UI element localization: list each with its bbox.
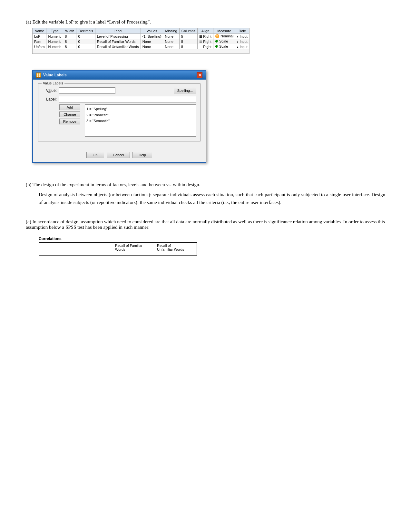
cell-values: {1, Spelling} [141, 34, 163, 39]
correlations-label: Correlations [39, 237, 385, 241]
cancel-button[interactable]: Cancel [107, 152, 130, 158]
cell-decimals: 0 [76, 44, 95, 49]
section-b-label: (b) The design of the experiment in term… [26, 182, 385, 188]
dialog-icon [36, 73, 41, 78]
cell-width: 8 [63, 34, 76, 39]
col-align: Align [198, 28, 213, 34]
cell-role: ▸ Input [235, 44, 250, 49]
col-role: Role [235, 28, 250, 34]
cell-name: Fam [33, 39, 46, 44]
cell-values: None [141, 44, 163, 49]
cell-label: Recall of Unfamiliar Words [95, 44, 141, 49]
label-input[interactable] [59, 96, 196, 102]
svg-rect-1 [39, 73, 40, 75]
list-item[interactable]: 1 = “Spelling” [86, 106, 195, 112]
section-c-label: (c) In accordance of design, assumption … [26, 219, 385, 230]
col-label: Label [95, 28, 141, 34]
table-header-row: Name Type Width Decimals Label Values Mi… [33, 28, 250, 34]
section-c: (c) In accordance of design, assumption … [26, 219, 385, 256]
section-a: (a) Edit the variable LoP to give it a l… [26, 19, 385, 172]
dialog-footer: OK Cancel Help [33, 149, 206, 162]
correlations-section: Correlations Recall of FamiliarWords Rec… [39, 237, 385, 256]
cell-type: Numeric [46, 39, 63, 44]
correlations-table: Recall of FamiliarWords Recall ofUnfamil… [39, 242, 197, 256]
cell-columns: 8 [179, 44, 197, 49]
cell-decimals: 0 [76, 39, 95, 44]
value-row: Value: Spelling... [42, 87, 196, 94]
group-title: Value Labels [42, 81, 64, 85]
cell-role: ▸ Input [235, 39, 250, 44]
table-row[interactable]: LoP Numeric 8 0 Level of Processing {1, … [33, 34, 250, 39]
input-icon: ▸ [237, 45, 239, 49]
value-labels-dialog: Value Labels ✕ Value Labels Value: [32, 70, 206, 163]
table-row[interactable]: Fam Numeric 8 0 Recall of Familiar Words… [33, 39, 250, 44]
section-b-text: Design of analysis between objects (or b… [39, 191, 385, 206]
remove-button[interactable]: Remove [59, 119, 80, 124]
add-button[interactable]: Add [59, 104, 80, 110]
spelling-button[interactable]: Spelling... [174, 87, 196, 94]
change-button[interactable]: Change [59, 111, 80, 117]
col-measure: Measure [213, 28, 235, 34]
align-icon: ☰ [199, 40, 202, 44]
cell-decimals: 0 [76, 34, 95, 39]
scale-icon: ⚉ [215, 39, 218, 43]
col-width: Width [63, 28, 76, 34]
section-a-label: (a) Edit the variable LoP to give it a l… [26, 19, 385, 25]
value-label: Value: [42, 88, 57, 93]
cell-measure: ⚉ Scale [213, 44, 235, 49]
value-input[interactable] [59, 87, 115, 94]
close-button[interactable]: ✕ [197, 72, 202, 78]
empty-cell [39, 243, 113, 256]
cell-width: 8 [63, 39, 76, 44]
col-values: Values [141, 28, 163, 34]
cell-columns: 5 [179, 34, 197, 39]
corr-header-fam: Recall of FamiliarWords [113, 243, 155, 256]
cell-type: Numeric [46, 34, 63, 39]
dialog-titlebar: Value Labels ✕ [33, 71, 206, 80]
cell-label: Recall of Familiar Words [95, 39, 141, 44]
col-missing: Missing [163, 28, 179, 34]
dialog-backdrop: Value Labels ✕ Value Labels Value: [32, 70, 206, 163]
align-icon: ☰ [199, 35, 202, 38]
cell-values: None [141, 39, 163, 44]
cell-missing: None [163, 39, 179, 44]
table-row[interactable]: Unfam Numeric 8 0 Recall of Unfamiliar W… [33, 44, 250, 49]
cell-measure: ⚉ Scale [213, 39, 235, 44]
cell-align: ☰ Right [198, 39, 213, 44]
table-row-empty [33, 49, 250, 54]
list-item[interactable]: 2 = “Phonetic” [86, 112, 195, 118]
side-buttons: Add Change Remove [59, 104, 80, 137]
corr-header-row: Recall of FamiliarWords Recall ofUnfamil… [39, 243, 197, 256]
buttons-area: Add Change Remove 1 = “Spelling” 2 = “Ph… [42, 104, 196, 137]
input-icon: ▸ [237, 35, 239, 38]
cell-type: Numeric [46, 44, 63, 49]
cell-align: ☰ Right [198, 34, 213, 39]
input-icon: ▸ [237, 40, 239, 44]
corr-header-unfam: Recall ofUnfamiliar Words [155, 243, 197, 256]
ok-button[interactable]: OK [86, 152, 104, 158]
list-item[interactable]: 3 = “Semantic” [86, 118, 195, 124]
cell-columns: 8 [179, 39, 197, 44]
dialog-body: Value Labels Value: Spelling... Label: [33, 80, 206, 149]
svg-rect-2 [37, 75, 38, 77]
cell-name: LoP [33, 34, 46, 39]
align-icon: ☰ [199, 45, 202, 49]
cell-role: ▸ Input [235, 34, 250, 39]
nominal-icon: ♊ [215, 34, 220, 38]
cell-missing: None [163, 44, 179, 49]
col-name: Name [33, 28, 46, 34]
svg-rect-3 [39, 75, 40, 77]
cell-label: Level of Processing [95, 34, 141, 39]
label-row: Label: [42, 96, 196, 102]
cell-align: ☰ Right [198, 44, 213, 49]
svg-rect-0 [37, 73, 38, 75]
dialog-title-text: Value Labels [43, 73, 67, 77]
cell-missing: None [163, 34, 179, 39]
cell-name: Unfam [33, 44, 46, 49]
values-list: 1 = “Spelling” 2 = “Phonetic” 3 = “Seman… [85, 104, 196, 137]
col-columns: Columns [179, 28, 197, 34]
value-labels-group: Value Labels Value: Spelling... Label: [38, 83, 201, 141]
help-button[interactable]: Help [132, 152, 152, 158]
title-left: Value Labels [36, 73, 67, 78]
col-decimals: Decimals [76, 28, 95, 34]
